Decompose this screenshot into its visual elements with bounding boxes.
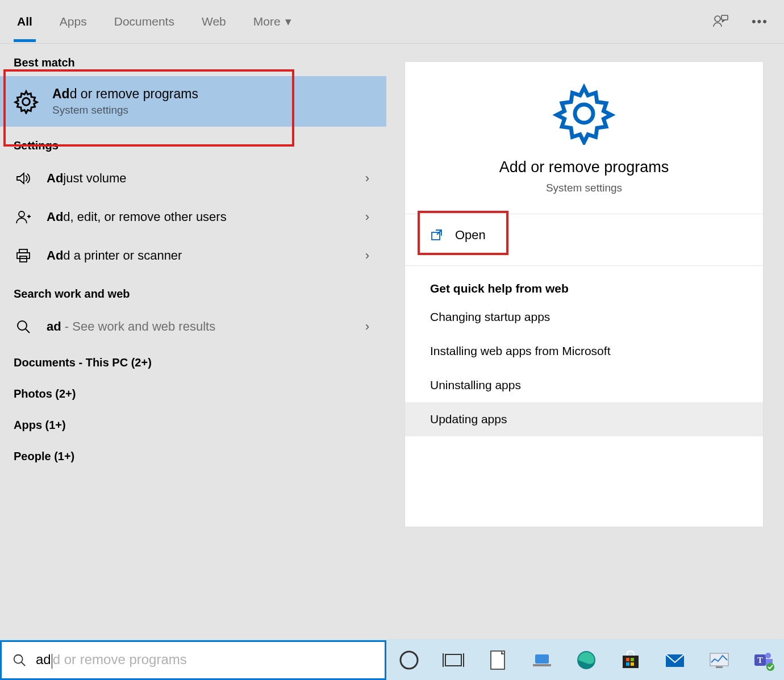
svg-point-22: [23, 98, 30, 105]
taskbar-icon-monitor[interactable]: [708, 649, 731, 671]
taskbar-icon-cortana[interactable]: [398, 649, 420, 671]
svg-point-27: [18, 321, 27, 330]
tab-more[interactable]: More▾: [252, 1, 293, 42]
svg-rect-10: [631, 658, 634, 661]
svg-rect-21: [722, 15, 728, 20]
taskbar-icon-mail[interactable]: [664, 649, 686, 671]
best-match-result[interactable]: Add or remove programs System settings: [0, 76, 386, 127]
chevron-right-icon: ›: [365, 171, 369, 186]
tab-apps[interactable]: Apps: [59, 1, 88, 42]
quick-link-updating[interactable]: Updating apps: [405, 402, 763, 436]
search-panel: All Apps Documents Web More▾ ••• Best ma…: [0, 0, 784, 639]
chevron-right-icon: ›: [365, 210, 369, 224]
chevron-right-icon: ›: [365, 319, 369, 334]
quick-link-webapps[interactable]: Installing web apps from Microsoft: [405, 334, 763, 368]
detail-pane: Add or remove programs System settings O…: [404, 61, 764, 527]
svg-line-28: [26, 329, 30, 333]
search-icon: [12, 653, 27, 668]
svg-line-32: [22, 662, 26, 666]
section-apps[interactable]: Apps (1+): [0, 408, 386, 440]
open-icon: [430, 228, 444, 242]
setting-users[interactable]: Add, edit, or remove other users ›: [0, 198, 386, 236]
taskbar-icon-teams[interactable]: T: [752, 649, 775, 671]
section-people[interactable]: People (1+): [0, 440, 386, 471]
svg-point-29: [575, 105, 593, 123]
gear-icon-large: [553, 82, 615, 145]
svg-rect-1: [445, 654, 461, 666]
svg-rect-6: [533, 664, 551, 666]
svg-rect-11: [626, 662, 629, 666]
taskbar-icon-edge[interactable]: [575, 649, 598, 671]
gear-icon: [14, 89, 39, 114]
svg-point-20: [715, 16, 720, 22]
search-filter-tabbar: All Apps Documents Web More▾ •••: [0, 0, 784, 44]
user-add-icon: [14, 208, 33, 226]
quick-link-uninstall[interactable]: Uninstalling apps: [405, 368, 763, 402]
svg-rect-12: [631, 662, 634, 666]
quick-link-startup[interactable]: Changing startup apps: [405, 300, 763, 334]
taskbar-icon-libreoffice[interactable]: [486, 649, 509, 671]
tab-all[interactable]: All: [16, 1, 34, 42]
tab-documents[interactable]: Documents: [113, 1, 176, 42]
svg-point-0: [401, 652, 418, 669]
svg-point-18: [765, 653, 771, 658]
section-settings: Settings: [0, 127, 386, 159]
chevron-down-icon: ▾: [285, 15, 291, 28]
svg-rect-26: [20, 256, 27, 262]
svg-point-31: [14, 655, 23, 664]
svg-rect-15: [716, 666, 723, 668]
svg-rect-5: [535, 654, 549, 664]
svg-point-23: [19, 211, 24, 217]
section-best-match: Best match: [0, 44, 386, 76]
svg-point-19: [766, 663, 774, 671]
results-column: Best match Add or remove programs System…: [0, 44, 386, 639]
volume-icon: [14, 170, 33, 187]
taskbar-icon-taskview[interactable]: [442, 649, 465, 671]
taskbar-icon-laptop[interactable]: [531, 649, 553, 671]
section-photos[interactable]: Photos (2+): [0, 377, 386, 408]
feedback-icon[interactable]: [712, 13, 729, 30]
best-match-subtitle: System settings: [52, 104, 198, 116]
taskbar-search-box[interactable]: add or remove programs: [0, 640, 386, 680]
section-documents[interactable]: Documents - This PC (2+): [0, 346, 386, 377]
detail-title: Add or remove programs: [499, 158, 669, 176]
quick-help-header: Get quick help from web: [430, 282, 738, 295]
search-text: add or remove programs: [36, 652, 187, 669]
more-options-icon[interactable]: •••: [752, 14, 768, 29]
detail-subtitle: System settings: [546, 182, 622, 194]
best-match-title: Add or remove programs: [52, 86, 198, 102]
taskbar-icon-store[interactable]: [619, 649, 642, 671]
svg-rect-9: [626, 658, 629, 661]
setting-adjust-volume[interactable]: Adjust volume ›: [0, 159, 386, 198]
svg-rect-8: [623, 656, 639, 668]
search-icon: [14, 319, 33, 335]
section-search-web: Search work and web: [0, 275, 386, 307]
svg-text:T: T: [757, 656, 763, 665]
chevron-right-icon: ›: [365, 248, 369, 263]
printer-icon: [14, 247, 33, 264]
svg-rect-25: [17, 253, 30, 258]
setting-printer[interactable]: Add a printer or scanner ›: [0, 236, 386, 275]
open-button[interactable]: Open: [405, 214, 763, 256]
tab-web[interactable]: Web: [201, 1, 227, 42]
web-search-row[interactable]: ad - See work and web results ›: [0, 307, 386, 346]
